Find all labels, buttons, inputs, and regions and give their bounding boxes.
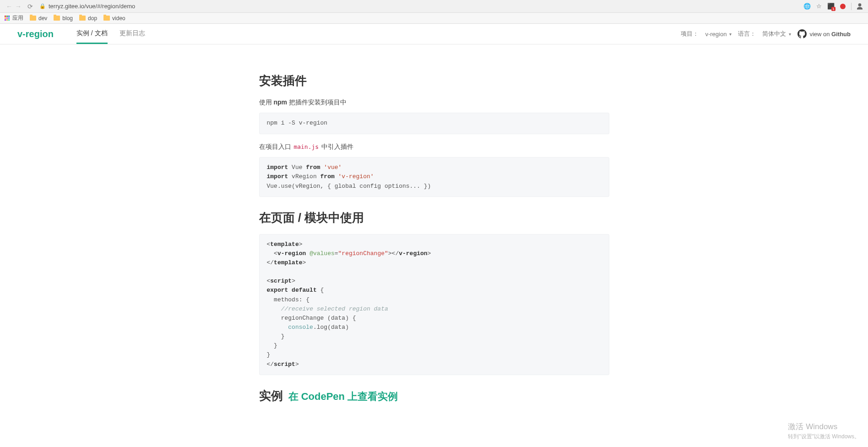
profile-icon[interactable] xyxy=(856,3,863,10)
bookmark-blog[interactable]: blog xyxy=(54,15,73,22)
browser-toolbar: ← → ⟳ 🔒 terryz.gitee.io/vue/#/region/dem… xyxy=(0,0,868,13)
windows-watermark: 激活 Windows 转到"设置"以激活 Windows。 xyxy=(788,421,860,440)
apps-button[interactable]: 应用 xyxy=(5,14,23,22)
bookmark-video[interactable]: video xyxy=(103,15,125,22)
folder-icon xyxy=(54,16,60,21)
folder-icon xyxy=(30,16,36,21)
codepen-link[interactable]: 在 CodePen 上查看实例 xyxy=(288,390,398,403)
reload-button[interactable]: ⟳ xyxy=(26,3,35,10)
lang-dropdown[interactable]: 简体中文 ▾ xyxy=(762,30,791,38)
github-icon xyxy=(797,29,807,38)
lang-label: 语言： xyxy=(738,30,756,38)
code-import: import Vue from 'vue' import vRegion fro… xyxy=(259,157,609,196)
main-content: 安装插件 使用 npm 把插件安装到项目中 npm i -S v-region … xyxy=(259,44,609,440)
bookmark-dev[interactable]: dev xyxy=(30,15,47,22)
code-npm-install: npm i -S v-region xyxy=(259,113,609,134)
record-icon[interactable] xyxy=(839,3,846,10)
folder-icon xyxy=(103,16,110,21)
apps-label: 应用 xyxy=(12,14,23,22)
back-button[interactable]: ← xyxy=(5,3,14,10)
translate-icon[interactable]: 🌐 xyxy=(803,3,811,10)
install-desc-1: 使用 npm 把插件安装到项目中 xyxy=(259,97,609,107)
chevron-down-icon: ▾ xyxy=(789,32,791,37)
heading-example: 实例 在 CodePen 上查看实例 xyxy=(259,388,609,404)
project-dropdown[interactable]: v-region ▾ xyxy=(705,31,732,38)
chevron-down-icon: ▾ xyxy=(729,32,732,37)
brand-logo[interactable]: v-region xyxy=(17,29,54,39)
extension-icon[interactable]: ⬛1 xyxy=(827,3,835,10)
tab-changelog[interactable]: 更新日志 xyxy=(119,24,145,44)
install-desc-2: 在项目入口 main.js 中引入插件 xyxy=(259,142,609,152)
bookmark-dop[interactable]: dop xyxy=(79,15,97,22)
forward-button[interactable]: → xyxy=(14,3,23,10)
github-link[interactable]: view on Github xyxy=(797,29,851,38)
nav-tabs: 实例 / 文档 更新日志 xyxy=(76,24,145,44)
divider xyxy=(851,3,852,10)
code-usage: <template> <v-region @values="regionChan… xyxy=(259,234,609,375)
project-label: 项目： xyxy=(681,30,699,38)
star-icon[interactable]: ☆ xyxy=(815,3,823,10)
lock-icon: 🔒 xyxy=(39,3,46,9)
bookmarks-bar: 应用 dev blog dop video xyxy=(0,13,868,24)
heading-usage: 在页面 / 模块中使用 xyxy=(259,210,609,226)
heading-install: 安装插件 xyxy=(259,73,609,89)
site-header: v-region 实例 / 文档 更新日志 项目： v-region ▾ 语言：… xyxy=(0,24,868,44)
tab-demo[interactable]: 实例 / 文档 xyxy=(76,24,108,44)
folder-icon xyxy=(79,16,86,21)
address-bar[interactable]: terryz.gitee.io/vue/#/region/demo xyxy=(49,3,803,10)
apps-icon xyxy=(5,16,10,21)
